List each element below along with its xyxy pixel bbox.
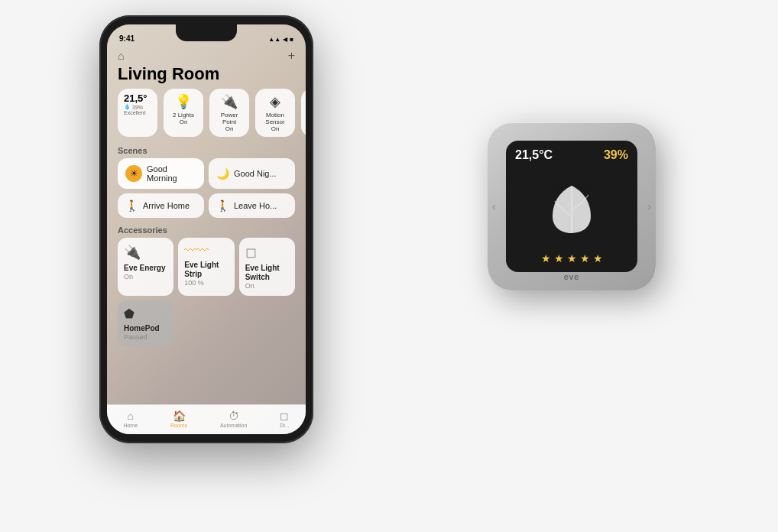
extra-row: ⬟ HomePod Paused [107, 300, 306, 352]
eve-screen: 21,5°C 39% ★ ★ ★ ★ ★ [506, 141, 637, 272]
motion-icon: ◈ [270, 93, 280, 110]
eve-light-switch-icon: ◻ [245, 244, 289, 261]
window-tile[interactable]: ◇ Wind. Clos [301, 89, 306, 137]
signal-icon: ▲▲ [268, 36, 280, 43]
eve-energy-name: Eve Energy [124, 264, 167, 273]
nav-rooms[interactable]: 🏠 Rooms [170, 410, 187, 428]
eve-stats-row: 21,5°C 39% [515, 148, 628, 162]
eve-light-strip-tile[interactable]: 〰〰 Eve Light Strip 100 % [178, 238, 234, 296]
scene-arrive-home[interactable]: 🚶 Arrive Home [118, 193, 204, 218]
nav-automation[interactable]: ⏱ Automation [220, 410, 247, 428]
star-1: ★ [541, 252, 551, 264]
eve-temp: 21,5°C [515, 148, 553, 162]
star-3: ★ [567, 252, 577, 264]
lights-status: On [180, 118, 188, 125]
eve-energy-status: On [124, 273, 167, 281]
lights-label: 2 Lights [173, 112, 194, 118]
nav-home[interactable]: ⌂ Home [123, 410, 138, 428]
humidity-value: 39% [132, 105, 143, 110]
nav-rooms-label: Rooms [170, 423, 187, 428]
eve-brand-label: eve [564, 272, 580, 281]
scenes-label: Scenes [107, 143, 306, 158]
phone-notch [176, 24, 237, 41]
nav-discover-label: Di... [280, 423, 289, 428]
eve-arrow-left-icon[interactable]: ‹ [492, 200, 496, 212]
homepod-tile[interactable]: ⬟ HomePod Paused [118, 300, 173, 347]
accessories-label: Accessories [107, 222, 306, 238]
temp-value: 21,5° [124, 92, 151, 104]
leave-icon: 🚶 [216, 200, 229, 212]
nav-automation-icon: ⏱ [229, 410, 239, 422]
eve-leaf-area [515, 167, 628, 251]
power-label: Power Point [216, 112, 243, 125]
eve-light-strip-icon: 〰〰 [184, 244, 228, 258]
nav-discover-icon: ◻ [280, 410, 289, 422]
status-icons: ▲▲ ◀ ■ [268, 36, 293, 43]
moon-icon: 🌙 [216, 167, 229, 180]
scenes-grid: ☀ Good Morning 🌙 Good Nig... 🚶 Arrive Ho… [107, 158, 306, 222]
accessories-grid: 🔌 Eve Energy On 〰〰 Eve Light Strip 100 %… [107, 238, 306, 300]
good-night-label: Good Nig... [234, 169, 277, 178]
good-morning-label: Good Morning [147, 164, 196, 183]
nav-automation-label: Automation [220, 423, 247, 428]
homepod-status: Paused [124, 333, 167, 341]
power-status: On [225, 125, 234, 132]
eve-light-switch-name: Eve Light Switch [245, 264, 289, 282]
star-2: ★ [554, 252, 564, 264]
leaf-icon [541, 178, 602, 239]
bottom-nav: ⌂ Home 🏠 Rooms ⏱ Automation ◻ Di... [107, 404, 306, 434]
eve-arrow-right-icon[interactable]: › [647, 200, 651, 212]
homepod-name: HomePod [124, 324, 167, 333]
eve-energy-tile[interactable]: 🔌 Eve Energy On [118, 238, 173, 296]
power-tile[interactable]: 🔌 Power Point On [209, 89, 249, 137]
nav-rooms-icon: 🏠 [173, 410, 186, 422]
arrive-icon: 🚶 [125, 200, 138, 212]
humidity-icon: 💧 [124, 104, 131, 110]
homepod-icon: ⬟ [124, 307, 167, 321]
temp-sub: 💧 39% [124, 104, 151, 110]
eve-light-strip-status: 100 % [184, 279, 228, 287]
device-row: 21,5° 💧 39% Excellent 💡 2 Lights On 🔌 [107, 89, 306, 143]
phone: 9:41 ▲▲ ◀ ■ ⌂ + Living Room 21 [99, 15, 313, 443]
quality-label: Excellent [124, 110, 151, 115]
motion-tile[interactable]: ◈ Motion Sensor On [255, 89, 295, 137]
leave-home-label: Leave Ho... [234, 201, 277, 210]
scene-good-night[interactable]: 🌙 Good Nig... [209, 158, 295, 189]
eve-light-switch-status: On [245, 282, 289, 290]
nav-home-icon: ⌂ [128, 410, 134, 422]
lights-tile[interactable]: 💡 2 Lights On [164, 89, 203, 137]
eve-light-switch-tile[interactable]: ◻ Eve Light Switch On [239, 238, 295, 296]
wifi-icon: ◀ [283, 36, 287, 43]
arrive-home-label: Arrive Home [143, 201, 190, 210]
home-nav-icon[interactable]: ⌂ [118, 50, 124, 62]
sun-icon: ☀ [125, 165, 142, 182]
light-icon: 💡 [175, 93, 192, 110]
status-time: 9:41 [119, 34, 135, 43]
nav-discover[interactable]: ◻ Di... [280, 410, 289, 428]
eve-stars: ★ ★ ★ ★ ★ [515, 252, 628, 264]
power-icon: 🔌 [221, 93, 238, 110]
plus-nav-icon[interactable]: + [288, 49, 295, 63]
eve-device: 21,5°C 39% ★ ★ ★ ★ ★ ‹ › eve [488, 122, 656, 290]
temp-tile[interactable]: 21,5° 💧 39% Excellent [118, 89, 157, 137]
star-4: ★ [580, 252, 590, 264]
scene-good-morning[interactable]: ☀ Good Morning [118, 158, 204, 189]
motion-label: Motion Sensor [261, 112, 289, 125]
battery-icon: ■ [290, 36, 293, 43]
scene-leave-home[interactable]: 🚶 Leave Ho... [209, 193, 295, 218]
nav-home-label: Home [123, 423, 138, 428]
star-5: ★ [593, 252, 603, 264]
phone-screen: 9:41 ▲▲ ◀ ■ ⌂ + Living Room 21 [107, 24, 306, 434]
eve-humidity: 39% [604, 148, 628, 162]
screen-content: ⌂ + Living Room 21,5° 💧 39% Excellent [107, 46, 306, 434]
top-nav: ⌂ + [107, 46, 306, 64]
room-title: Living Room [107, 64, 306, 89]
motion-status: On [271, 125, 280, 132]
scene-container: 9:41 ▲▲ ◀ ■ ⌂ + Living Room 21 [0, 0, 778, 532]
eve-light-strip-name: Eve Light Strip [184, 261, 228, 279]
eve-energy-icon: 🔌 [124, 244, 167, 261]
